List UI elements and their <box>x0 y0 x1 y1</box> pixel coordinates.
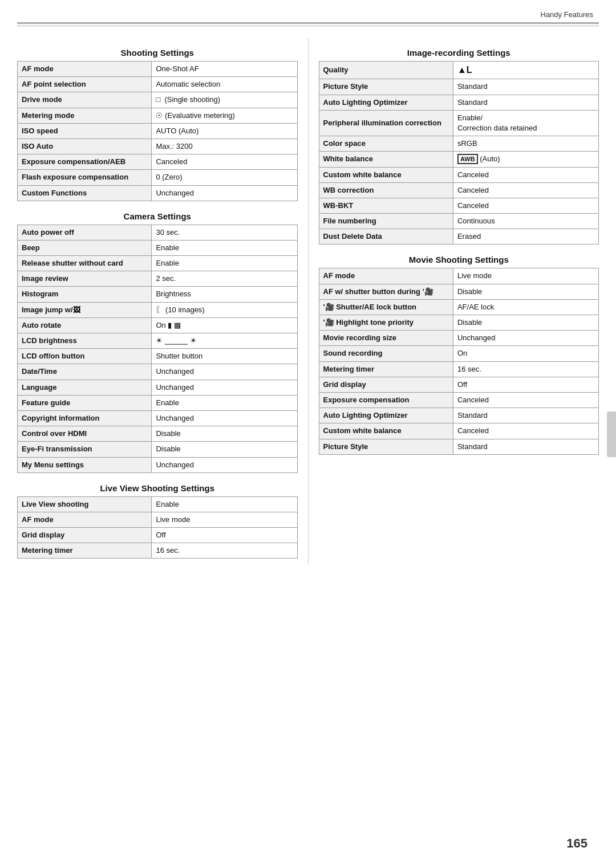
table-row: Custom white balance Canceled <box>319 167 599 182</box>
live-view-settings-table: Live View shooting Enable AF mode Live m… <box>17 496 298 559</box>
table-row: File numbering Continuous <box>319 214 599 229</box>
row-value: AUTO (Auto) <box>152 123 297 138</box>
camera-settings-title: Camera Settings <box>17 211 298 221</box>
row-value: Unchanged <box>152 185 297 201</box>
row-label: Metering mode <box>18 108 152 123</box>
row-value: AWB (Auto) <box>453 152 598 167</box>
row-label: Metering timer <box>18 543 152 559</box>
row-label: Release shutter without card <box>18 256 152 271</box>
page-number: 165 <box>566 836 587 851</box>
table-row: Metering mode ☉ (Evaluative metering) <box>18 108 298 123</box>
row-value: Canceled <box>453 423 598 439</box>
row-label: Eye-Fi transmission <box>18 442 152 457</box>
table-row: Eye-Fi transmission Disable <box>18 442 298 457</box>
row-label: Picture Style <box>319 439 453 454</box>
table-row: LCD off/on button Shutter button <box>18 349 298 364</box>
row-value: Canceled <box>453 167 598 182</box>
row-label: ISO speed <box>18 123 152 138</box>
row-value: ▲L <box>453 62 598 79</box>
row-label: Image jump w/🖼 <box>18 302 152 317</box>
top-border <box>17 22 599 26</box>
row-label: AF mode <box>18 62 152 77</box>
row-label: Drive mode <box>18 92 152 108</box>
table-row: Auto Lighting Optimizer Standard <box>319 95 599 110</box>
row-value: 2 sec. <box>152 271 297 287</box>
table-row: Live View shooting Enable <box>18 496 298 512</box>
table-row: White balance AWB (Auto) <box>319 152 599 167</box>
row-label: LCD brightness <box>18 333 152 349</box>
table-row: AF w/ shutter button during '🎥 Disable <box>319 284 599 299</box>
row-label: Color space <box>319 136 453 152</box>
live-view-settings-title: Live View Shooting Settings <box>17 483 298 493</box>
row-label: Grid display <box>18 528 152 543</box>
row-value: 16 sec. <box>453 361 598 377</box>
table-row: Auto rotate On ▮ ▩ <box>18 317 298 333</box>
row-value: Automatic selection <box>152 77 297 92</box>
table-row: AF mode One-Shot AF <box>18 62 298 77</box>
table-row: Image review 2 sec. <box>18 271 298 287</box>
row-value: Standard <box>453 95 598 110</box>
table-row: Movie recording size Unchanged <box>319 331 599 346</box>
table-row: Release shutter without card Enable <box>18 256 298 271</box>
row-label: Feature guide <box>18 395 152 410</box>
table-row: Peripheral illumination correction Enabl… <box>319 110 599 136</box>
table-row: Picture Style Standard <box>319 79 599 95</box>
table-row: Exposure compensation/AEB Canceled <box>18 154 298 170</box>
table-row: Control over HDMI Disable <box>18 426 298 442</box>
row-value: 0 (Zero) <box>152 170 297 185</box>
row-label: WB-BKT <box>319 198 453 213</box>
row-label: AF w/ shutter button during '🎥 <box>319 284 453 299</box>
row-value: ☉ (Evaluative metering) <box>152 108 297 123</box>
row-label: Picture Style <box>319 79 453 95</box>
row-label: Peripheral illumination correction <box>319 110 453 136</box>
row-value: Continuous <box>453 214 598 229</box>
row-label: AF point selection <box>18 77 152 92</box>
row-label: AF mode <box>319 268 453 284</box>
table-row: Metering timer 16 sec. <box>319 361 599 377</box>
header-title: Handy Features <box>541 10 594 19</box>
row-value: Disable <box>453 284 598 299</box>
row-label: Beep <box>18 240 152 255</box>
row-label: Grid display <box>319 377 453 392</box>
row-label: Auto power off <box>18 225 152 240</box>
table-row: AF point selection Automatic selection <box>18 77 298 92</box>
row-value: Enable <box>152 496 297 512</box>
row-label: Image review <box>18 271 152 287</box>
table-row: '🎥 Shutter/AE lock button AF/AE lock <box>319 299 599 315</box>
row-value: Canceled <box>453 198 598 213</box>
row-label: Sound recording <box>319 346 453 361</box>
table-row: AF mode Live mode <box>319 268 599 284</box>
table-row: Image jump w/🖼 〖 (10 images) <box>18 302 298 317</box>
table-row: ISO speed AUTO (Auto) <box>18 123 298 138</box>
row-value: Unchanged <box>453 331 598 346</box>
table-row: Custom Functions Unchanged <box>18 185 298 201</box>
row-label: Custom white balance <box>319 167 453 182</box>
table-row: Grid display Off <box>319 377 599 392</box>
table-row: My Menu settings Unchanged <box>18 457 298 472</box>
table-row: Copyright information Unchanged <box>18 410 298 426</box>
table-row: Custom white balance Canceled <box>319 423 599 439</box>
row-label: Date/Time <box>18 364 152 380</box>
table-row: Flash exposure compensation 0 (Zero) <box>18 170 298 185</box>
row-value: Standard <box>453 79 598 95</box>
row-value: ☀ ⎯⎯⎯⎯⎯ ☀ <box>152 333 297 349</box>
row-value: Canceled <box>453 182 598 198</box>
row-label: Language <box>18 380 152 395</box>
row-label: White balance <box>319 152 453 167</box>
row-value: Brightness <box>152 287 297 302</box>
table-row: Picture Style Standard <box>319 439 599 454</box>
row-value: One-Shot AF <box>152 62 297 77</box>
row-value: sRGB <box>453 136 598 152</box>
row-value: Standard <box>453 439 598 454</box>
table-row: Auto power off 30 sec. <box>18 225 298 240</box>
row-label: Metering timer <box>319 361 453 377</box>
row-value: Enable <box>152 395 297 410</box>
row-value: Enable/Correction data retained <box>453 110 598 136</box>
row-label: Flash exposure compensation <box>18 170 152 185</box>
row-label: Auto rotate <box>18 317 152 333</box>
row-label: '🎥 Shutter/AE lock button <box>319 299 453 315</box>
table-row: Quality ▲L <box>319 62 599 79</box>
row-label: '🎥 Highlight tone priority <box>319 315 453 331</box>
shooting-settings-table: AF mode One-Shot AF AF point selection A… <box>17 61 298 201</box>
right-tab <box>607 411 616 457</box>
